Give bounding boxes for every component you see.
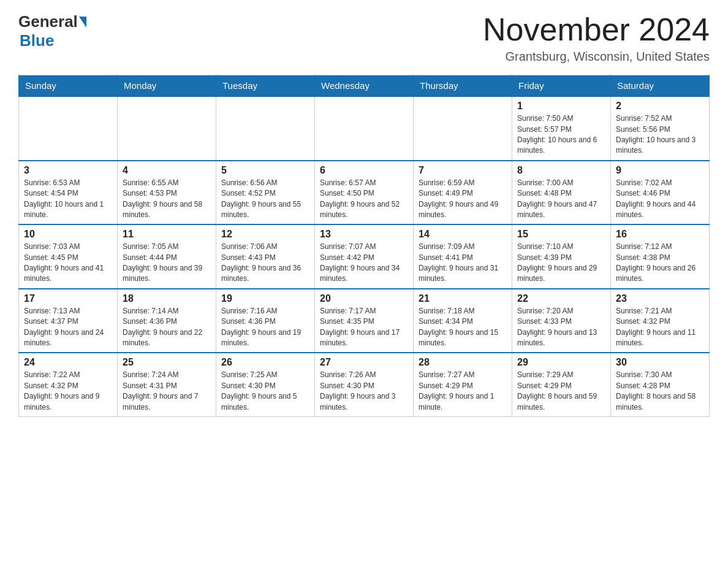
logo-triangle-icon: [79, 17, 86, 28]
table-row: 16Sunrise: 7:12 AM Sunset: 4:38 PM Dayli…: [611, 224, 710, 289]
day-info: Sunrise: 7:10 AM Sunset: 4:39 PM Dayligh…: [517, 242, 605, 285]
table-row: 8Sunrise: 7:00 AM Sunset: 4:48 PM Daylig…: [512, 161, 611, 225]
table-row: 11Sunrise: 7:05 AM Sunset: 4:44 PM Dayli…: [118, 224, 216, 289]
table-row: 20Sunrise: 7:17 AM Sunset: 4:35 PM Dayli…: [315, 289, 414, 353]
day-number: 29: [517, 357, 605, 368]
day-number: 17: [24, 293, 112, 304]
calendar-week-row: 24Sunrise: 7:22 AM Sunset: 4:32 PM Dayli…: [19, 353, 710, 416]
table-row: 30Sunrise: 7:30 AM Sunset: 4:28 PM Dayli…: [611, 353, 710, 416]
table-row: 15Sunrise: 7:10 AM Sunset: 4:39 PM Dayli…: [512, 224, 611, 289]
day-info: Sunrise: 7:24 AM Sunset: 4:31 PM Dayligh…: [123, 370, 211, 413]
table-row: 21Sunrise: 7:18 AM Sunset: 4:34 PM Dayli…: [414, 289, 512, 353]
col-sunday: Sunday: [19, 75, 118, 97]
day-info: Sunrise: 7:22 AM Sunset: 4:32 PM Dayligh…: [24, 370, 112, 413]
col-thursday: Thursday: [414, 75, 512, 97]
month-title: November 2024: [483, 12, 710, 47]
title-area: November 2024 Grantsburg, Wisconsin, Uni…: [483, 12, 710, 64]
day-info: Sunrise: 7:30 AM Sunset: 4:28 PM Dayligh…: [616, 370, 704, 413]
day-number: 3: [24, 165, 112, 176]
table-row: 29Sunrise: 7:29 AM Sunset: 4:29 PM Dayli…: [512, 353, 611, 416]
day-info: Sunrise: 6:55 AM Sunset: 4:53 PM Dayligh…: [123, 178, 211, 221]
day-number: 9: [616, 165, 704, 176]
table-row: 25Sunrise: 7:24 AM Sunset: 4:31 PM Dayli…: [118, 353, 216, 416]
table-row: [315, 96, 414, 161]
day-info: Sunrise: 7:00 AM Sunset: 4:48 PM Dayligh…: [517, 178, 605, 221]
col-tuesday: Tuesday: [216, 75, 315, 97]
table-row: 22Sunrise: 7:20 AM Sunset: 4:33 PM Dayli…: [512, 289, 611, 353]
day-number: 5: [221, 165, 309, 176]
day-info: Sunrise: 7:07 AM Sunset: 4:42 PM Dayligh…: [320, 242, 408, 285]
col-saturday: Saturday: [611, 75, 710, 97]
day-info: Sunrise: 7:50 AM Sunset: 5:57 PM Dayligh…: [517, 113, 605, 156]
calendar-week-row: 10Sunrise: 7:03 AM Sunset: 4:45 PM Dayli…: [19, 224, 710, 289]
day-number: 10: [24, 229, 112, 240]
day-number: 23: [616, 293, 704, 304]
table-row: 28Sunrise: 7:27 AM Sunset: 4:29 PM Dayli…: [414, 353, 512, 416]
day-number: 8: [517, 165, 605, 176]
day-info: Sunrise: 7:25 AM Sunset: 4:30 PM Dayligh…: [221, 370, 309, 413]
day-info: Sunrise: 7:09 AM Sunset: 4:41 PM Dayligh…: [419, 242, 507, 285]
day-number: 6: [320, 165, 408, 176]
day-number: 4: [123, 165, 211, 176]
col-monday: Monday: [118, 75, 216, 97]
table-row: 26Sunrise: 7:25 AM Sunset: 4:30 PM Dayli…: [216, 353, 315, 416]
calendar-week-row: 3Sunrise: 6:53 AM Sunset: 4:54 PM Daylig…: [19, 161, 710, 225]
day-info: Sunrise: 7:13 AM Sunset: 4:37 PM Dayligh…: [24, 306, 112, 349]
day-info: Sunrise: 7:29 AM Sunset: 4:29 PM Dayligh…: [517, 370, 605, 413]
day-info: Sunrise: 7:12 AM Sunset: 4:38 PM Dayligh…: [616, 242, 704, 285]
logo: General Blue: [18, 12, 86, 50]
day-info: Sunrise: 7:17 AM Sunset: 4:35 PM Dayligh…: [320, 306, 408, 349]
day-info: Sunrise: 7:16 AM Sunset: 4:36 PM Dayligh…: [221, 306, 309, 349]
table-row: 13Sunrise: 7:07 AM Sunset: 4:42 PM Dayli…: [315, 224, 414, 289]
col-friday: Friday: [512, 75, 611, 97]
col-wednesday: Wednesday: [315, 75, 414, 97]
day-number: 30: [616, 357, 704, 368]
table-row: 10Sunrise: 7:03 AM Sunset: 4:45 PM Dayli…: [19, 224, 118, 289]
day-info: Sunrise: 7:02 AM Sunset: 4:46 PM Dayligh…: [616, 178, 704, 221]
day-info: Sunrise: 7:27 AM Sunset: 4:29 PM Dayligh…: [419, 370, 507, 413]
day-info: Sunrise: 7:20 AM Sunset: 4:33 PM Dayligh…: [517, 306, 605, 349]
table-row: 7Sunrise: 6:59 AM Sunset: 4:49 PM Daylig…: [414, 161, 512, 225]
day-info: Sunrise: 7:14 AM Sunset: 4:36 PM Dayligh…: [123, 306, 211, 349]
day-number: 1: [517, 101, 605, 112]
day-number: 28: [419, 357, 507, 368]
day-number: 25: [123, 357, 211, 368]
day-number: 11: [123, 229, 211, 240]
day-info: Sunrise: 7:18 AM Sunset: 4:34 PM Dayligh…: [419, 306, 507, 349]
day-number: 16: [616, 229, 704, 240]
day-number: 7: [419, 165, 507, 176]
calendar-table: Sunday Monday Tuesday Wednesday Thursday…: [18, 75, 710, 417]
table-row: [19, 96, 118, 161]
day-info: Sunrise: 6:57 AM Sunset: 4:50 PM Dayligh…: [320, 178, 408, 221]
day-number: 22: [517, 293, 605, 304]
table-row: 3Sunrise: 6:53 AM Sunset: 4:54 PM Daylig…: [19, 161, 118, 225]
calendar-week-row: 17Sunrise: 7:13 AM Sunset: 4:37 PM Dayli…: [19, 289, 710, 353]
table-row: 4Sunrise: 6:55 AM Sunset: 4:53 PM Daylig…: [118, 161, 216, 225]
day-number: 21: [419, 293, 507, 304]
day-number: 24: [24, 357, 112, 368]
table-row: 23Sunrise: 7:21 AM Sunset: 4:32 PM Dayli…: [611, 289, 710, 353]
table-row: 12Sunrise: 7:06 AM Sunset: 4:43 PM Dayli…: [216, 224, 315, 289]
day-number: 26: [221, 357, 309, 368]
day-number: 19: [221, 293, 309, 304]
calendar-week-row: 1Sunrise: 7:50 AM Sunset: 5:57 PM Daylig…: [19, 96, 710, 161]
day-info: Sunrise: 7:21 AM Sunset: 4:32 PM Dayligh…: [616, 306, 704, 349]
table-row: 1Sunrise: 7:50 AM Sunset: 5:57 PM Daylig…: [512, 96, 611, 161]
table-row: 24Sunrise: 7:22 AM Sunset: 4:32 PM Dayli…: [19, 353, 118, 416]
table-row: 14Sunrise: 7:09 AM Sunset: 4:41 PM Dayli…: [414, 224, 512, 289]
day-info: Sunrise: 6:56 AM Sunset: 4:52 PM Dayligh…: [221, 178, 309, 221]
day-info: Sunrise: 6:59 AM Sunset: 4:49 PM Dayligh…: [419, 178, 507, 221]
table-row: 6Sunrise: 6:57 AM Sunset: 4:50 PM Daylig…: [315, 161, 414, 225]
location-title: Grantsburg, Wisconsin, United States: [483, 50, 710, 64]
day-number: 27: [320, 357, 408, 368]
logo-general-text: General: [18, 12, 78, 31]
table-row: 18Sunrise: 7:14 AM Sunset: 4:36 PM Dayli…: [118, 289, 216, 353]
table-row: 2Sunrise: 7:52 AM Sunset: 5:56 PM Daylig…: [611, 96, 710, 161]
day-info: Sunrise: 7:52 AM Sunset: 5:56 PM Dayligh…: [616, 113, 704, 156]
table-row: 9Sunrise: 7:02 AM Sunset: 4:46 PM Daylig…: [611, 161, 710, 225]
day-info: Sunrise: 7:05 AM Sunset: 4:44 PM Dayligh…: [123, 242, 211, 285]
day-number: 15: [517, 229, 605, 240]
day-number: 20: [320, 293, 408, 304]
page-header: General Blue November 2024 Grantsburg, W…: [18, 12, 710, 64]
table-row: 5Sunrise: 6:56 AM Sunset: 4:52 PM Daylig…: [216, 161, 315, 225]
